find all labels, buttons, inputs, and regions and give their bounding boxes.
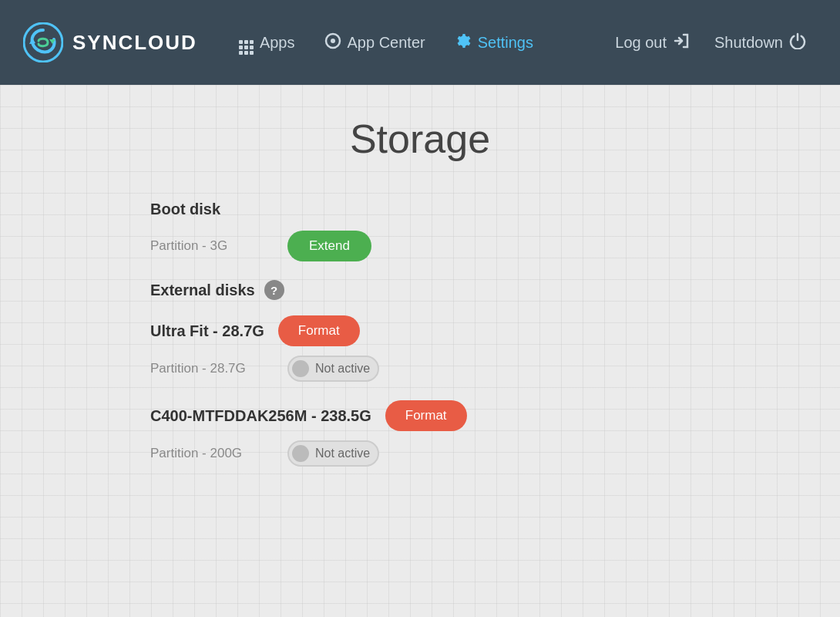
disk-ultrafit-partition-label: Partition - 28.7G: [150, 361, 274, 376]
extend-button[interactable]: Extend: [287, 231, 371, 261]
shutdown-icon: [789, 32, 806, 53]
disk-ultrafit: Ultra Fit - 28.7G Format Partition - 28.…: [150, 315, 690, 382]
disk-c400-toggle-label: Not active: [315, 447, 370, 460]
disk-ultrafit-toggle-label: Not active: [315, 362, 370, 376]
disk-c400-name: C400-MTFDDAK256M - 238.5G: [150, 407, 371, 425]
shutdown-button[interactable]: Shutdown: [704, 26, 817, 59]
nav-settings-label: Settings: [478, 34, 533, 52]
nav-app-center-label: App Center: [348, 34, 425, 52]
help-icon[interactable]: ?: [264, 280, 284, 300]
header: SYNCLOUD Apps App Center: [0, 0, 840, 85]
external-disks-title: External disks: [150, 282, 255, 299]
nav-app-center[interactable]: App Center: [314, 26, 436, 59]
external-disks-section: External disks ? Ultra Fit - 28.7G Forma…: [150, 280, 690, 467]
nav-apps[interactable]: Apps: [228, 24, 306, 61]
settings-gear-icon: [455, 32, 472, 53]
svg-point-4: [331, 39, 335, 43]
logout-label: Log out: [615, 34, 667, 52]
svg-marker-1: [29, 38, 35, 44]
boot-disk-partition-row: Partition - 3G Extend: [150, 231, 690, 261]
boot-disk-section: Boot disk Partition - 3G Extend: [150, 201, 690, 261]
disk-ultrafit-format-button[interactable]: Format: [278, 315, 360, 346]
disk-ultrafit-name: Ultra Fit - 28.7G: [150, 322, 264, 340]
disk-c400-format-button[interactable]: Format: [385, 400, 467, 431]
external-disks-title-row: External disks ?: [150, 280, 690, 300]
main-nav: Apps App Center Settings: [228, 24, 604, 61]
toggle-circle: [292, 360, 309, 377]
header-right: Log out Shutdown: [604, 26, 817, 59]
syncloud-logo-icon: [23, 22, 63, 62]
logo-area: SYNCLOUD: [23, 22, 197, 62]
toggle-circle-2: [292, 445, 309, 462]
apps-grid-icon: [239, 30, 254, 55]
disk-ultrafit-title-row: Ultra Fit - 28.7G Format: [150, 315, 690, 346]
content-area: Boot disk Partition - 3G Extend External…: [150, 201, 690, 467]
main-content: Storage Boot disk Partition - 3G Extend …: [0, 85, 840, 617]
disk-c400: C400-MTFDDAK256M - 238.5G Format Partiti…: [150, 400, 690, 467]
page-title: Storage: [46, 116, 794, 162]
logout-button[interactable]: Log out: [604, 26, 701, 59]
disk-ultrafit-toggle[interactable]: Not active: [287, 356, 379, 382]
nav-apps-label: Apps: [260, 34, 295, 52]
disk-c400-title-row: C400-MTFDDAK256M - 238.5G Format: [150, 400, 690, 431]
disk-c400-partition-row: Partition - 200G Not active: [150, 440, 690, 467]
logout-icon: [673, 32, 690, 53]
logo-text: SYNCLOUD: [72, 31, 197, 55]
disk-ultrafit-partition-row: Partition - 28.7G Not active: [150, 356, 690, 382]
boot-disk-title: Boot disk: [150, 201, 690, 218]
shutdown-label: Shutdown: [714, 34, 783, 52]
appcenter-icon: [324, 32, 341, 53]
disk-c400-toggle[interactable]: Not active: [287, 440, 379, 467]
boot-partition-label: Partition - 3G: [150, 238, 274, 254]
nav-settings[interactable]: Settings: [444, 26, 544, 59]
disk-c400-partition-label: Partition - 200G: [150, 446, 274, 461]
